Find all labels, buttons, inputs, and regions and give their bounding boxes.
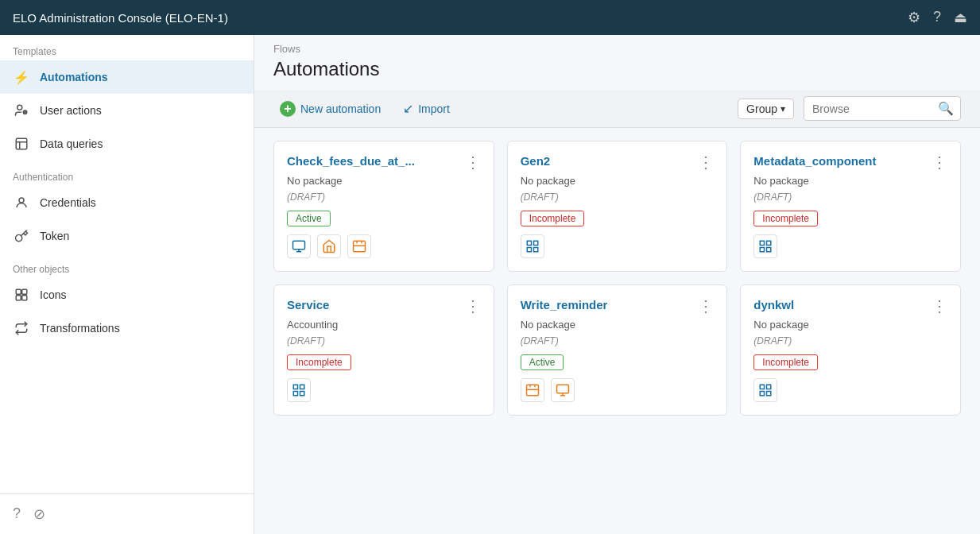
card-title: Gen2 [521, 154, 551, 168]
card-icons [521, 378, 715, 402]
sidebar-item-credentials-label: Credentials [40, 196, 96, 209]
svg-rect-22 [293, 385, 297, 389]
svg-rect-19 [767, 241, 771, 245]
card-header: Gen2 ⋮ [521, 154, 715, 170]
sidebar-section-templates: Templates ⚡ Automations User actions Dat… [0, 35, 254, 161]
credentials-icon [13, 194, 30, 211]
card-package: No package [753, 175, 947, 187]
card-menu-button[interactable]: ⋮ [932, 154, 947, 170]
svg-rect-16 [527, 248, 531, 252]
sidebar-item-token[interactable]: Token [0, 219, 254, 253]
sidebar-item-token-label: Token [40, 230, 69, 242]
new-automation-button[interactable]: + New automation [273, 98, 387, 120]
card-icons [753, 378, 947, 402]
card-draft: (DRAFT) [753, 335, 947, 346]
card-icons [287, 378, 481, 402]
import-button[interactable]: ↙ Import [397, 98, 456, 119]
toolbar: + New automation ↙ Import Group ▾ 🔍 [254, 90, 980, 128]
card-icon-1 [287, 378, 311, 402]
sidebar-item-user-actions[interactable]: User actions [0, 94, 254, 127]
card-header: Write_reminder ⋮ [521, 298, 715, 314]
card-icon-1 [521, 234, 544, 258]
card-icon-1 [753, 378, 777, 402]
group-button[interactable]: Group ▾ [738, 99, 794, 119]
svg-rect-21 [767, 248, 771, 252]
svg-point-5 [19, 198, 24, 203]
sidebar-block-icon[interactable]: ⊘ [33, 505, 45, 523]
sidebar-item-transformations[interactable]: Transformations [0, 312, 254, 345]
card-metadata-component: Metadata_component ⋮ No package (DRAFT) … [740, 141, 961, 272]
sidebar-item-icons-label: Icons [40, 288, 66, 301]
svg-rect-15 [533, 241, 537, 245]
card-draft: (DRAFT) [521, 335, 715, 346]
card-menu-button[interactable]: ⋮ [465, 298, 481, 314]
card-draft: (DRAFT) [287, 192, 481, 203]
status-badge: Active [287, 211, 331, 226]
sidebar-item-user-actions-label: User actions [40, 104, 102, 117]
card-menu-button[interactable]: ⋮ [698, 298, 714, 314]
status-badge: Incomplete [753, 211, 818, 226]
card-icon-1 [287, 234, 311, 258]
card-icon-2 [317, 234, 341, 258]
card-title: Check_fees_due_at_... [287, 154, 415, 168]
page-title: Automations [254, 55, 980, 90]
topbar: ELO Administration Console (ELO-EN-1) ⚙ … [0, 0, 980, 35]
svg-rect-8 [16, 296, 21, 300]
settings-icon[interactable]: ⚙ [908, 9, 920, 26]
help-icon[interactable]: ? [933, 9, 941, 26]
search-input[interactable] [804, 99, 932, 119]
card-title: Metadata_component [753, 154, 876, 168]
card-icons [753, 234, 947, 258]
icons-icon [13, 286, 30, 304]
sidebar-item-automations[interactable]: ⚡ Automations [0, 60, 254, 94]
sidebar-item-automations-label: Automations [40, 71, 108, 83]
card-header: Metadata_component ⋮ [753, 154, 947, 170]
card-package: No package [521, 319, 715, 331]
svg-rect-23 [300, 385, 304, 389]
card-dynkwl: dynkwl ⋮ No package (DRAFT) Incomplete [740, 284, 961, 416]
automations-icon: ⚡ [13, 68, 30, 86]
sidebar-item-data-queries[interactable]: Data queries [0, 127, 254, 161]
card-status: Active [287, 211, 481, 226]
sidebar-item-icons[interactable]: Icons [0, 278, 254, 312]
card-header: dynkwl ⋮ [753, 298, 947, 314]
card-icon-1 [521, 378, 544, 402]
card-status: Active [521, 354, 715, 370]
card-menu-button[interactable]: ⋮ [698, 154, 714, 170]
card-check-fees: Check_fees_due_at_... ⋮ No package (DRAF… [273, 141, 494, 272]
sidebar-item-transformations-label: Transformations [40, 322, 120, 335]
card-title: Service [287, 298, 329, 312]
group-label: Group [746, 103, 777, 115]
card-menu-button[interactable]: ⋮ [932, 298, 947, 314]
sidebar-section-authentication: Authentication Credentials Token [0, 161, 254, 253]
sidebar-section-other-objects: Other objects Icons Transformations [0, 253, 254, 345]
status-badge: Active [521, 354, 564, 370]
cards-area: Check_fees_due_at_... ⋮ No package (DRAF… [254, 128, 980, 534]
sidebar-item-credentials[interactable]: Credentials [0, 186, 254, 219]
card-title: Write_reminder [521, 298, 608, 312]
chevron-down-icon: ▾ [781, 103, 785, 114]
svg-rect-25 [300, 392, 304, 396]
svg-rect-7 [22, 289, 27, 294]
search-button[interactable]: 🔍 [932, 97, 960, 120]
card-draft: (DRAFT) [521, 192, 715, 203]
card-menu-button[interactable]: ⋮ [465, 154, 481, 170]
topbar-actions: ⚙ ? ⏏ [908, 9, 967, 26]
logout-icon[interactable]: ⏏ [954, 9, 967, 26]
card-draft: (DRAFT) [287, 335, 481, 346]
card-header: Check_fees_due_at_... ⋮ [287, 154, 481, 170]
data-queries-icon [13, 135, 30, 153]
new-automation-label: New automation [300, 103, 381, 115]
card-package: No package [521, 175, 715, 187]
section-label-other-objects: Other objects [0, 253, 254, 278]
sidebar-help-icon[interactable]: ? [13, 505, 21, 523]
card-icon-2 [551, 378, 575, 402]
import-icon: ↙ [403, 101, 413, 116]
card-icons [521, 234, 715, 258]
cards-grid: Check_fees_due_at_... ⋮ No package (DRAF… [273, 141, 961, 416]
svg-rect-10 [293, 241, 305, 250]
card-package: Accounting [287, 319, 481, 331]
section-label-templates: Templates [0, 35, 254, 60]
token-icon [13, 227, 30, 245]
status-badge: Incomplete [521, 211, 585, 226]
